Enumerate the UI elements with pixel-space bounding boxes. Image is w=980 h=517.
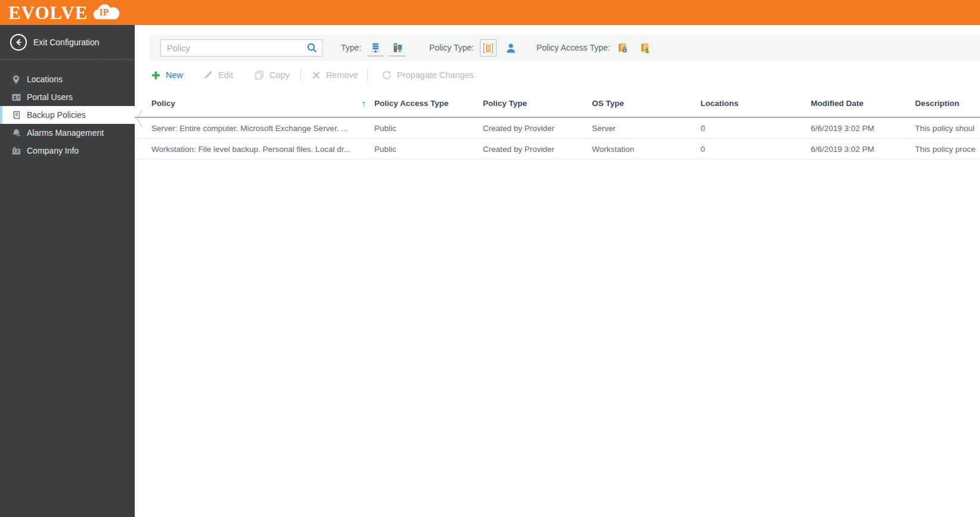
- propagate-changes-button[interactable]: Propagate Changes: [382, 70, 474, 80]
- cell-modified-date: 6/6/2019 3:02 PM: [811, 124, 915, 133]
- search-input[interactable]: [161, 43, 302, 53]
- locations-count-link[interactable]: 0: [700, 124, 705, 133]
- private-policy-icon: [616, 42, 628, 54]
- policy-access-type-filter-label: Policy Access Type:: [536, 35, 610, 61]
- cell-locations: 0: [700, 124, 811, 133]
- main-content: Type: Policy Type:: [135, 25, 980, 517]
- sidebar-nav: Locations Portal Users: [0, 60, 135, 160]
- refresh-icon: [382, 70, 392, 80]
- toolbar-divider: [300, 68, 301, 82]
- evolve-ip-logo: EVOLVE IP: [8, 1, 123, 24]
- toolbar-divider: [367, 68, 368, 82]
- back-arrow-icon: [10, 34, 27, 51]
- copy-icon: [255, 70, 264, 80]
- cell-policy: Server: Entire computer. Microsoft Excha…: [151, 124, 374, 133]
- exit-configuration-button[interactable]: Exit Configuration: [0, 25, 135, 60]
- provider-policy-icon: [483, 43, 494, 54]
- exit-configuration-label: Exit Configuration: [33, 38, 100, 47]
- location-pin-icon: [11, 74, 21, 85]
- edit-button-label: Edit: [218, 70, 233, 80]
- logo-text: EVOLVE: [8, 4, 88, 22]
- locations-count-link[interactable]: 0: [700, 145, 705, 154]
- search-button[interactable]: [302, 40, 322, 56]
- table-header: Policy ↑ Policy Access Type Policy Type …: [135, 89, 980, 118]
- remove-button-label: Remove: [326, 70, 358, 80]
- copy-button-label: Copy: [269, 70, 290, 80]
- plus-icon: [151, 71, 160, 80]
- sidebar-item-label: Portal Users: [27, 92, 73, 102]
- workstation-filter-button[interactable]: [389, 39, 406, 57]
- logo-badge: IP: [99, 7, 108, 18]
- workstation-filter-icon: [392, 42, 404, 54]
- sidebar-item-portal-users[interactable]: Portal Users: [0, 88, 135, 106]
- column-header-description[interactable]: Description: [915, 99, 980, 108]
- policy-search-box: [160, 39, 322, 57]
- type-filter-label: Type:: [341, 35, 361, 61]
- public-policy-icon: [639, 42, 651, 54]
- cell-policy: Workstation: File level backup. Personal…: [151, 145, 374, 154]
- backup-policies-icon: [11, 110, 21, 120]
- search-icon: [306, 42, 318, 54]
- filter-bar: Type: Policy Type:: [150, 35, 980, 61]
- sidebar-item-label: Backup Policies: [27, 110, 86, 120]
- cell-os-type: Server: [592, 124, 700, 133]
- server-filter-button[interactable]: [367, 39, 384, 57]
- sort-ascending-icon[interactable]: ↑: [362, 98, 367, 108]
- column-header-policy-type[interactable]: Policy Type: [483, 99, 592, 108]
- column-header-policy[interactable]: Policy ↑: [151, 98, 374, 108]
- table-row[interactable]: Workstation: File level backup. Personal…: [135, 139, 980, 160]
- cell-policy-type: Created by Provider: [483, 145, 592, 154]
- copy-button[interactable]: Copy: [255, 70, 290, 80]
- server-filter-icon: [370, 42, 382, 54]
- user-policy-icon: [505, 42, 517, 54]
- column-header-policy-access-type[interactable]: Policy Access Type: [374, 99, 483, 108]
- pencil-icon: [203, 70, 213, 80]
- public-policy-filter-button[interactable]: [637, 39, 653, 57]
- app-header: EVOLVE IP: [0, 0, 980, 25]
- portal-users-icon: [11, 92, 21, 102]
- table-toolbar: New Edit Copy: [135, 61, 980, 89]
- sidebar-item-backup-policies[interactable]: Backup Policies: [0, 106, 135, 124]
- column-header-locations[interactable]: Locations: [700, 99, 811, 108]
- cell-locations: 0: [700, 145, 811, 154]
- provider-policy-filter-button[interactable]: [480, 39, 497, 57]
- private-policy-filter-button[interactable]: [614, 39, 631, 57]
- new-button[interactable]: New: [151, 70, 183, 80]
- sidebar-item-locations[interactable]: Locations: [0, 70, 135, 88]
- x-icon: [312, 71, 321, 80]
- cloud-logo-icon: IP: [89, 2, 123, 24]
- cell-description: This policy shoul: [915, 124, 980, 133]
- cell-policy-access-type: Public: [374, 145, 483, 154]
- cell-modified-date: 6/6/2019 3:02 PM: [811, 145, 915, 154]
- propagate-changes-label: Propagate Changes: [397, 70, 474, 80]
- cell-description: This policy proce: [915, 145, 980, 154]
- sidebar-item-label: Alarms Management: [27, 128, 104, 138]
- remove-button[interactable]: Remove: [312, 70, 358, 80]
- new-button-label: New: [166, 70, 183, 80]
- cell-policy-type: Created by Provider: [483, 124, 592, 133]
- sidebar-item-alarms-management[interactable]: Alarms Management: [0, 124, 135, 142]
- sidebar: Exit Configuration Locations Portal User…: [0, 25, 135, 517]
- column-header-os-type[interactable]: OS Type: [592, 99, 700, 108]
- sidebar-item-label: Locations: [27, 74, 63, 84]
- company-info-icon: [11, 145, 21, 156]
- table-row[interactable]: Server: Entire computer. Microsoft Excha…: [135, 118, 980, 139]
- column-header-modified-date[interactable]: Modified Date: [811, 99, 915, 108]
- cell-os-type: Workstation: [592, 145, 700, 154]
- policy-type-filter-label: Policy Type:: [429, 35, 474, 61]
- edit-button[interactable]: Edit: [203, 70, 233, 80]
- cell-policy-access-type: Public: [374, 124, 483, 133]
- sidebar-item-company-info[interactable]: Company Info: [0, 142, 135, 160]
- table-body: Server: Entire computer. Microsoft Excha…: [135, 118, 980, 160]
- sidebar-item-label: Company Info: [27, 146, 79, 155]
- user-policy-filter-button[interactable]: [503, 39, 519, 57]
- alarms-bell-icon: [11, 127, 21, 138]
